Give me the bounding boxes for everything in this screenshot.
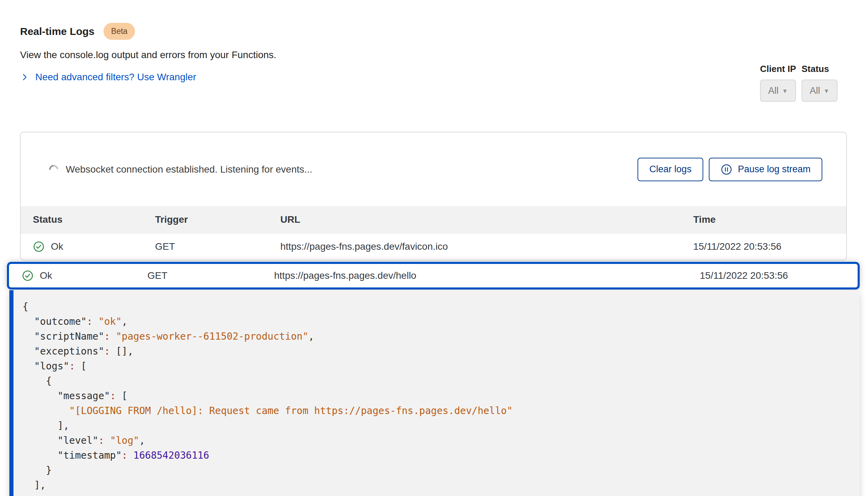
log-filters: Client IP All ▼ Status All ▼ (760, 63, 838, 102)
row-url-value: https://pages-fns.pages.dev/hello (274, 270, 700, 281)
clear-logs-button[interactable]: Clear logs (638, 158, 703, 181)
row-time-value: 15/11/2022 20:53:56 (693, 241, 834, 252)
stream-status-bar: Websocket connection established. Listen… (21, 132, 846, 206)
row-trigger-value: GET (147, 270, 274, 281)
status-filter-label: Status (802, 63, 838, 75)
status-dropdown[interactable]: All ▼ (802, 80, 838, 102)
clear-logs-label: Clear logs (649, 164, 691, 175)
loading-spinner-icon (47, 163, 60, 176)
page-header: Real-time Logs Beta View the console.log… (0, 0, 868, 83)
expanded-log-row[interactable]: Ok GET https://pages-fns.pages.dev/hello… (7, 262, 860, 290)
caret-down-icon: ▼ (824, 88, 830, 95)
pause-log-stream-label: Pause log stream (738, 164, 811, 175)
column-header-trigger: Trigger (155, 214, 280, 225)
column-header-time: Time (693, 214, 834, 225)
row-time-value: 15/11/2022 20:53:56 (700, 270, 845, 281)
check-circle-icon (33, 241, 45, 252)
page-title: Real-time Logs (20, 26, 94, 37)
row-trigger-value: GET (155, 241, 280, 252)
beta-badge: Beta (103, 23, 135, 40)
log-table-header: Status Trigger URL Time (21, 206, 846, 233)
row-status-value: Ok (40, 270, 52, 281)
page-subtitle: View the console.log output and errors f… (20, 49, 868, 61)
column-header-status: Status (33, 214, 155, 225)
client-ip-label: Client IP (760, 63, 796, 75)
pause-circle-icon (721, 164, 732, 175)
caret-down-icon: ▼ (782, 88, 788, 95)
logs-card: Websocket connection established. Listen… (20, 132, 847, 260)
check-circle-icon (22, 270, 34, 282)
chevron-right-icon (20, 73, 29, 82)
client-ip-dropdown[interactable]: All ▼ (760, 80, 796, 102)
log-table-row[interactable]: Ok GET https://pages-fns.pages.dev/favic… (21, 233, 846, 260)
column-header-url: URL (280, 214, 693, 225)
log-detail-panel: { "outcome": "ok", "scriptName": "pages-… (9, 290, 860, 496)
json-log: { "outcome": "ok", "scriptName": "pages-… (22, 299, 860, 493)
client-ip-value: All (768, 85, 779, 96)
expanded-log-entry: Ok GET https://pages-fns.pages.dev/hello… (7, 262, 860, 496)
stream-status-message: Websocket connection established. Listen… (66, 164, 638, 175)
wrangler-link[interactable]: Need advanced filters? Use Wrangler (20, 72, 196, 83)
status-filter-value: All (810, 85, 820, 96)
row-status-value: Ok (51, 241, 63, 252)
wrangler-link-label: Need advanced filters? Use Wrangler (35, 72, 196, 83)
row-url-value: https://pages-fns.pages.dev/favicon.ico (280, 241, 693, 252)
pause-log-stream-button[interactable]: Pause log stream (709, 158, 822, 181)
